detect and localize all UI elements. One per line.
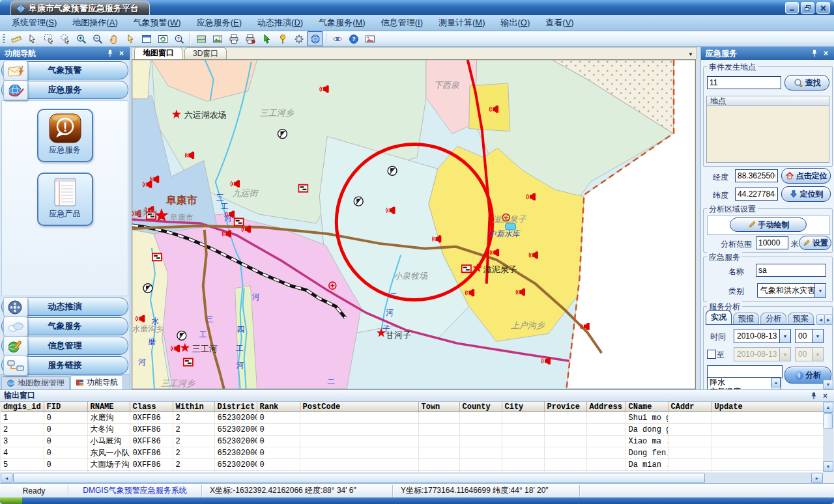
pin-icon[interactable] bbox=[809, 391, 818, 400]
nav-group-气象预警[interactable]: 气象预警 bbox=[1, 61, 128, 79]
table-row[interactable]: 50大面场子沟0XFF8626523020000Da mian ... bbox=[1, 459, 824, 471]
print-setup-icon[interactable] bbox=[242, 31, 258, 46]
chevron-down-icon[interactable]: ▼ bbox=[814, 284, 826, 297]
output-vscrollbar[interactable]: ▲ ▼ bbox=[823, 402, 833, 472]
lat-input[interactable] bbox=[735, 188, 778, 201]
column-header-Within[interactable]: Within bbox=[173, 402, 214, 412]
place-list-header[interactable]: 地点 bbox=[706, 96, 829, 106]
menu-应急服务[interactable]: 应急服务(E) bbox=[189, 15, 250, 31]
locate-to-button[interactable]: 定位到 bbox=[781, 186, 831, 202]
tool-button-应急服务[interactable]: 应急服务 bbox=[37, 109, 93, 162]
refresh-icon[interactable] bbox=[154, 31, 171, 46]
map-tab-3D窗口[interactable]: 3D窗口 bbox=[184, 48, 227, 59]
menu-测量计算[interactable]: 测量计算(M) bbox=[431, 15, 493, 31]
window-list-dropdown-icon[interactable]: ▼ bbox=[685, 49, 697, 59]
menu-输出[interactable]: 输出(O) bbox=[493, 15, 538, 31]
pointer-green-icon[interactable] bbox=[258, 31, 274, 46]
column-header-County[interactable]: County bbox=[459, 402, 502, 412]
menu-气象服务[interactable]: 气象服务(M) bbox=[311, 15, 373, 31]
column-header-City[interactable]: City bbox=[502, 402, 544, 412]
column-header-Rank[interactable]: Rank bbox=[257, 402, 300, 412]
zoom-out-icon[interactable] bbox=[89, 31, 106, 46]
service-type-combo[interactable]: 气象和洪水灾害 ▼ bbox=[757, 283, 826, 298]
tab-scroll-right-icon[interactable]: ► bbox=[824, 315, 833, 325]
table-row[interactable]: 20大冬沟0XFF8626523020000Da dong gou bbox=[1, 424, 824, 436]
column-header-FID[interactable]: FID bbox=[44, 402, 87, 412]
column-header-District[interactable]: District bbox=[214, 402, 257, 412]
pointer-icon[interactable] bbox=[122, 31, 138, 46]
cursor-select-icon[interactable] bbox=[24, 31, 40, 46]
tool-button-应急产品[interactable]: 应急产品 bbox=[37, 173, 93, 226]
settings-gear-icon[interactable] bbox=[291, 31, 307, 46]
ruler-icon[interactable] bbox=[8, 31, 24, 46]
scroll-right-icon[interactable]: ► bbox=[811, 473, 823, 483]
printer-icon[interactable] bbox=[225, 31, 242, 46]
nav-group-气象服务[interactable]: 气象服务 bbox=[1, 317, 128, 335]
column-header-dmgis_id[interactable]: dmgis_id bbox=[1, 402, 44, 412]
menu-查看[interactable]: 查看(V) bbox=[538, 15, 581, 31]
identify-icon[interactable] bbox=[171, 31, 187, 46]
nav-group-动态推演[interactable]: 动态推演 bbox=[1, 298, 128, 316]
scroll-left-icon[interactable]: ◄ bbox=[1, 473, 12, 483]
nav-group-应急服务[interactable]: 应急服务 bbox=[1, 81, 128, 99]
column-header-Town[interactable]: Town bbox=[418, 402, 459, 412]
column-header-Address[interactable]: Address bbox=[586, 402, 626, 412]
nav-group-信息管理[interactable]: 信息管理 bbox=[1, 337, 128, 355]
column-header-CAddr[interactable]: CAddr bbox=[668, 402, 712, 412]
manual-draw-button[interactable]: 手动绘制 bbox=[730, 217, 807, 232]
table-row[interactable]: 10水磨沟0XFF8626523020000Shui mo gou bbox=[1, 412, 824, 424]
snapshot-icon[interactable] bbox=[362, 31, 378, 46]
column-header-Class[interactable]: Class bbox=[130, 402, 173, 412]
close-button[interactable] bbox=[816, 2, 830, 14]
find-button[interactable]: 查找 bbox=[784, 75, 829, 91]
chevron-down-icon[interactable]: ▼ bbox=[779, 329, 790, 343]
column-header-Update[interactable]: Update bbox=[712, 402, 824, 412]
scroll-up-icon[interactable]: ▲ bbox=[823, 402, 833, 413]
analysis-tab-预案[interactable]: 预案 bbox=[788, 313, 814, 324]
output-table-container[interactable]: dmgis_idFIDRNAMEClassWithinDistrictRankP… bbox=[1, 402, 824, 472]
eye-view-icon[interactable] bbox=[329, 31, 345, 46]
restore-button[interactable] bbox=[801, 2, 814, 14]
pin-icon[interactable] bbox=[809, 49, 819, 59]
menu-动态推演[interactable]: 动态推演(D) bbox=[250, 15, 311, 31]
column-header-CName[interactable]: CName bbox=[626, 402, 668, 412]
click-locate-button[interactable]: 点击定位 bbox=[781, 168, 831, 184]
help-icon[interactable] bbox=[345, 31, 362, 46]
map-canvas[interactable]: 六运湖农场三工河乡下西泉阜康市九运街城关镇阜康市滋泥泉子中新水库小泉牧场滋泥泉子… bbox=[132, 59, 696, 389]
menu-信息管理[interactable]: 信息管理(I) bbox=[373, 15, 431, 31]
table-row[interactable]: 40东风一小队0XFF8626523020000Dong fen... bbox=[1, 447, 824, 459]
element-item-降水[interactable]: 降水 bbox=[708, 378, 771, 387]
cursor-lasso-icon[interactable] bbox=[57, 31, 73, 46]
output-hscrollbar[interactable]: ◄ ► bbox=[1, 473, 823, 483]
minimize-button[interactable] bbox=[785, 2, 799, 14]
analysis-tab-预报[interactable]: 预报 bbox=[733, 313, 759, 324]
cursor-marquee-icon[interactable] bbox=[40, 31, 57, 46]
close-icon[interactable]: × bbox=[820, 391, 830, 400]
image-export-icon[interactable] bbox=[209, 31, 225, 46]
menu-系统管理[interactable]: 系统管理(S) bbox=[4, 15, 65, 31]
analysis-tab-实况[interactable]: 实况 bbox=[706, 310, 732, 324]
close-icon[interactable]: × bbox=[117, 49, 126, 59]
close-icon[interactable]: × bbox=[821, 49, 831, 59]
date-from-combo[interactable]: 2010-08-13▼ bbox=[734, 329, 791, 343]
range-input[interactable] bbox=[756, 236, 788, 249]
map-tab-地图窗口[interactable]: 地图窗口 bbox=[134, 47, 182, 59]
set-button[interactable]: 设置 bbox=[799, 236, 831, 250]
table-row[interactable]: 30小马厩沟0XFF8626523020000Xiao ma ... bbox=[1, 436, 824, 447]
column-header-Provice[interactable]: Provice bbox=[544, 402, 586, 412]
table-row[interactable]: 60城关0XFF8526523020000Cheng guan bbox=[1, 471, 824, 473]
chevron-down-icon[interactable]: ▼ bbox=[812, 329, 823, 343]
place-list[interactable] bbox=[706, 106, 829, 163]
zoom-in-icon[interactable] bbox=[73, 31, 89, 46]
pin-icon[interactable] bbox=[105, 49, 115, 59]
vscroll-thumb[interactable] bbox=[824, 413, 833, 429]
globe-network-icon[interactable] bbox=[307, 31, 323, 46]
date-to-combo[interactable]: 2010-08-13▼ bbox=[734, 347, 791, 361]
column-header-RNAME[interactable]: RNAME bbox=[87, 402, 130, 412]
menu-气象预警[interactable]: 气象预警(W) bbox=[126, 15, 189, 31]
analysis-tab-分析[interactable]: 分析 bbox=[760, 313, 786, 324]
lng-input[interactable] bbox=[735, 169, 778, 182]
panel-tab-地图数据管理[interactable]: 地图数据管理 bbox=[1, 376, 70, 389]
map-window-icon[interactable] bbox=[138, 31, 154, 46]
place-pin-icon[interactable] bbox=[274, 31, 291, 46]
